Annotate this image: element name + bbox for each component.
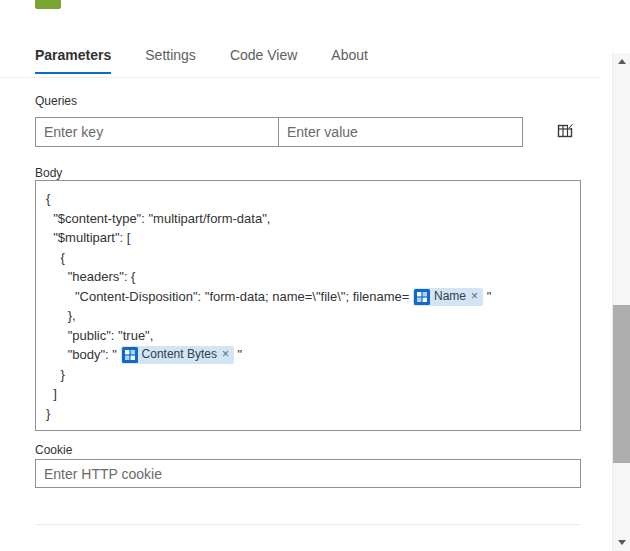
scrollbar-down-button[interactable]: [613, 534, 630, 551]
table-grid-icon: [556, 128, 574, 143]
query-value-input[interactable]: [278, 117, 523, 147]
remove-pill-icon[interactable]: ×: [222, 345, 229, 365]
code-line: }: [46, 404, 570, 424]
code-line: "$multipart": [: [46, 228, 570, 248]
code-line: {: [46, 189, 570, 209]
dynamic-content-pill-content-bytes[interactable]: Content Bytes×: [121, 346, 234, 364]
section-divider: [35, 524, 581, 525]
dynamic-content-icon: [414, 289, 430, 305]
code-line: "body": " Content Bytes× ": [46, 345, 570, 365]
chevron-up-icon: [618, 59, 626, 64]
queries-label: Queries: [35, 94, 77, 108]
body-label: Body: [35, 166, 62, 180]
action-icon: [35, 0, 61, 9]
scrollbar-up-button[interactable]: [613, 53, 630, 70]
code-line: "headers": {: [46, 267, 570, 287]
scrollbar-thumb[interactable]: [613, 305, 630, 463]
tab-settings[interactable]: Settings: [145, 47, 196, 74]
code-line: "Content-Disposition": "form-data; name=…: [46, 287, 570, 307]
tab-parameters[interactable]: Parameters: [35, 47, 111, 74]
dynamic-content-pill-name[interactable]: Name×: [413, 288, 483, 306]
code-line: "$content-type": "multipart/form-data",: [46, 209, 570, 229]
pill-label: Name: [434, 287, 466, 307]
tabs-divider: [0, 77, 601, 78]
cookie-label: Cookie: [35, 443, 72, 457]
code-line: ]: [46, 384, 570, 404]
code-line: {: [46, 248, 570, 268]
queries-text-mode-toggle-button[interactable]: [553, 120, 577, 144]
dynamic-content-icon: [122, 347, 138, 363]
code-line: },: [46, 306, 570, 326]
vertical-scrollbar[interactable]: [612, 53, 630, 551]
code-line: }: [46, 365, 570, 385]
chevron-down-icon: [618, 540, 626, 545]
code-line: "public": "true",: [46, 326, 570, 346]
tab-about[interactable]: About: [331, 47, 368, 74]
cookie-input[interactable]: [35, 459, 581, 488]
tab-code-view[interactable]: Code View: [230, 47, 297, 74]
pill-label: Content Bytes: [142, 345, 217, 365]
remove-pill-icon[interactable]: ×: [471, 287, 478, 307]
body-editor[interactable]: { "$content-type": "multipart/form-data"…: [35, 180, 581, 431]
tab-bar: Parameters Settings Code View About: [35, 47, 402, 74]
query-key-input[interactable]: [35, 117, 279, 147]
